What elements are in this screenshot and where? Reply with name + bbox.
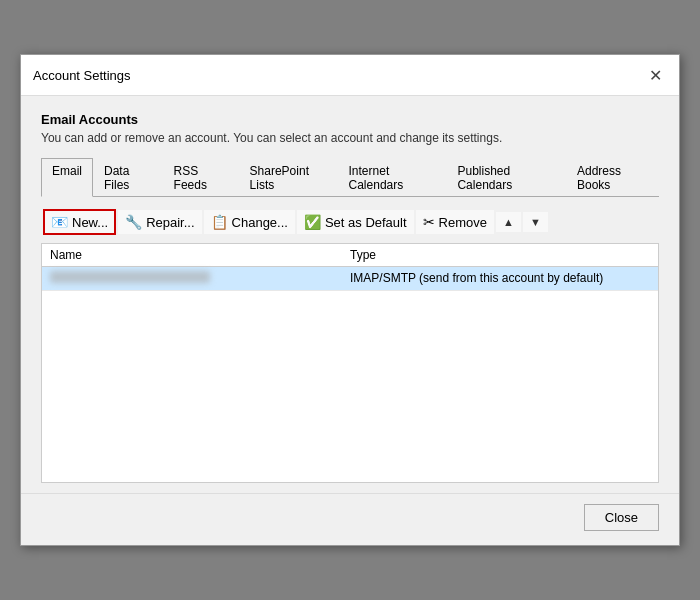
new-button[interactable]: 📧 New...	[43, 209, 116, 235]
accounts-toolbar: 📧 New... 🔧 Repair... 📋 Change... ✅ Set a…	[41, 205, 659, 239]
section-title: Email Accounts	[41, 112, 659, 127]
dialog-body: Email Accounts You can add or remove an …	[21, 96, 679, 493]
window-close-button[interactable]: ✕	[643, 63, 667, 87]
set-default-button[interactable]: ✅ Set as Default	[297, 210, 414, 234]
tab-data-files[interactable]: Data Files	[93, 158, 163, 197]
table-header: Name Type	[42, 244, 658, 267]
change-button[interactable]: 📋 Change...	[204, 210, 295, 234]
set-default-button-label: Set as Default	[325, 215, 407, 230]
account-settings-dialog: Account Settings ✕ Email Accounts You ca…	[20, 54, 680, 546]
title-bar: Account Settings ✕	[21, 55, 679, 96]
new-icon: 📧	[51, 214, 68, 230]
section-description: You can add or remove an account. You ca…	[41, 131, 659, 145]
set-default-icon: ✅	[304, 214, 321, 230]
tab-address-books[interactable]: Address Books	[566, 158, 659, 197]
repair-button-label: Repair...	[146, 215, 194, 230]
tab-sharepoint-lists[interactable]: SharePoint Lists	[239, 158, 338, 197]
repair-icon: 🔧	[125, 214, 142, 230]
move-down-button[interactable]: ▼	[523, 212, 548, 232]
down-arrow-icon: ▼	[530, 216, 541, 228]
tab-email[interactable]: Email	[41, 158, 93, 197]
new-button-label: New...	[72, 215, 108, 230]
change-icon: 📋	[211, 214, 228, 230]
dialog-title: Account Settings	[33, 68, 131, 83]
row-account-type: IMAP/SMTP (send from this account by def…	[350, 271, 650, 286]
tab-rss-feeds[interactable]: RSS Feeds	[163, 158, 239, 197]
tab-bar: Email Data Files RSS Feeds SharePoint Li…	[41, 157, 659, 197]
remove-button-label: Remove	[439, 215, 487, 230]
accounts-table: Name Type IMAP/SMTP (send from this acco…	[41, 243, 659, 483]
dialog-footer: Close	[21, 493, 679, 545]
tab-internet-calendars[interactable]: Internet Calendars	[338, 158, 447, 197]
tab-published-calendars[interactable]: Published Calendars	[446, 158, 566, 197]
blurred-email	[50, 271, 210, 283]
remove-icon: ✂	[423, 214, 435, 230]
row-account-name	[50, 271, 350, 286]
col-type-header: Type	[350, 248, 650, 262]
repair-button[interactable]: 🔧 Repair...	[118, 210, 201, 234]
close-button[interactable]: Close	[584, 504, 659, 531]
remove-button[interactable]: ✂ Remove	[416, 210, 494, 234]
move-up-button[interactable]: ▲	[496, 212, 521, 232]
up-arrow-icon: ▲	[503, 216, 514, 228]
col-name-header: Name	[50, 248, 350, 262]
change-button-label: Change...	[232, 215, 288, 230]
table-row[interactable]: IMAP/SMTP (send from this account by def…	[42, 267, 658, 291]
